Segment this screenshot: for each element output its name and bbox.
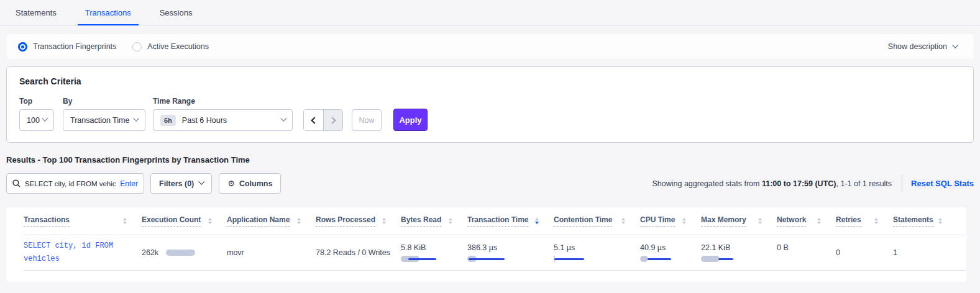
apply-button[interactable]: Apply	[393, 109, 428, 131]
sort-asc-icon	[208, 218, 212, 220]
search-enter-button[interactable]: Enter	[120, 179, 138, 188]
column-header-statements[interactable]: Statements	[893, 215, 957, 227]
tab-transactions-label: Transactions	[85, 8, 131, 17]
mean-bar	[718, 258, 733, 260]
radio-selected-icon[interactable]	[18, 42, 27, 52]
chevron-right-icon	[329, 117, 336, 124]
cell-value: 0	[836, 248, 840, 257]
radio-unselected-icon[interactable]	[132, 42, 142, 52]
mean-bar	[648, 258, 671, 260]
value-bar-cell: 0 B	[777, 243, 836, 263]
sort-desc-icon	[297, 222, 301, 224]
show-description-toggle[interactable]: Show description	[888, 42, 962, 51]
transaction-fingerprint-link[interactable]: SELECT city, id FROM vehicles	[24, 240, 128, 266]
chevron-down-icon	[42, 115, 48, 122]
sort-icon[interactable]	[758, 218, 762, 224]
bar-track	[401, 256, 467, 263]
view-toggle-card: Transaction Fingerprints Active Executio…	[6, 34, 974, 59]
cell-bytes_read: 5.8 KiB	[401, 243, 467, 263]
value-bar-cell: 386.3 µs	[467, 243, 554, 263]
sort-icon[interactable]	[817, 218, 821, 224]
cell-value: movr	[227, 248, 244, 257]
table-body: SELECT city, id FROM vehicles262kmovr78.…	[24, 235, 966, 271]
column-header-label: Execution Count	[142, 215, 201, 227]
column-header-rows_processed[interactable]: Rows Processed	[316, 215, 401, 227]
sort-desc-icon	[208, 222, 212, 224]
column-header-execution_count[interactable]: Execution Count	[142, 215, 227, 227]
columns-button[interactable]: ⚙ Columns	[219, 173, 281, 194]
tab-statements[interactable]: Statements	[8, 0, 64, 25]
sort-icon[interactable]	[382, 218, 386, 224]
sort-asc-icon	[621, 218, 625, 220]
now-button[interactable]: Now	[352, 109, 382, 131]
cell-execution_count: 262k	[142, 248, 227, 257]
cell-value: 78.2 Reads / 0 Writes	[316, 248, 390, 257]
sort-desc-icon	[682, 222, 686, 224]
bar-track	[701, 256, 777, 263]
value-text: 22.1 KiB	[701, 243, 777, 252]
sort-desc-icon	[382, 222, 386, 224]
search-criteria-card: Search Criteria Top 100 By Transaction T…	[6, 66, 974, 143]
sort-icon[interactable]	[449, 218, 452, 224]
column-header-network[interactable]: Network	[777, 215, 836, 227]
sort-asc-icon	[382, 218, 386, 220]
chevron-down-icon	[133, 115, 139, 122]
by-label: By	[63, 97, 153, 106]
sort-asc-icon	[938, 218, 942, 220]
results-toolbar: SELECT city, id FROM vehicles W Enter Fi…	[6, 173, 974, 194]
tab-transactions[interactable]: Transactions	[78, 0, 139, 25]
value-bar-cell: 5.8 KiB	[401, 243, 467, 263]
columns-button-label: Columns	[239, 179, 272, 188]
cell-network: 0 B	[777, 243, 836, 263]
reset-sql-stats-link[interactable]: Reset SQL Stats	[911, 179, 974, 188]
time-range-next-button[interactable]	[323, 110, 342, 130]
execution-count-cell: 262k	[142, 248, 227, 257]
time-range-badge: 6h	[160, 115, 176, 126]
results-heading: Results - Top 100 Transaction Fingerprin…	[6, 155, 974, 165]
sort-asc-icon	[874, 218, 878, 220]
gear-icon: ⚙	[227, 179, 235, 188]
sort-icon[interactable]	[621, 218, 625, 224]
sort-icon[interactable]	[682, 218, 686, 224]
results-table: TransactionsExecution CountApplication N…	[6, 207, 966, 282]
column-header-contention_time[interactable]: Contention Time	[554, 215, 640, 227]
sort-icon[interactable]	[938, 218, 942, 224]
chevron-down-icon	[199, 179, 205, 185]
by-select[interactable]: Transaction Time	[63, 109, 145, 131]
column-header-transactions[interactable]: Transactions	[24, 215, 142, 227]
table-row: SELECT city, id FROM vehicles262kmovr78.…	[24, 235, 966, 271]
column-header-retries[interactable]: Retries	[836, 215, 893, 227]
value-text: 386.3 µs	[467, 243, 554, 252]
column-header-max_memory[interactable]: Max Memory	[701, 215, 777, 227]
column-header-application_name[interactable]: Application Name	[227, 215, 316, 227]
time-range-pager	[303, 109, 343, 131]
page-tabs: Statements Transactions Sessions	[0, 0, 980, 25]
stddev-bar	[701, 256, 720, 262]
cell-rows_processed: 78.2 Reads / 0 Writes	[316, 248, 401, 257]
column-header-transaction_time[interactable]: Transaction Time	[467, 215, 554, 227]
top-select[interactable]: 100	[19, 109, 54, 131]
tab-sessions[interactable]: Sessions	[152, 0, 200, 25]
search-input[interactable]: SELECT city, id FROM vehicles W Enter	[6, 173, 144, 194]
table-header-row: TransactionsExecution CountApplication N…	[24, 207, 966, 235]
column-header-bytes_read[interactable]: Bytes Read	[401, 215, 467, 227]
cell-max_memory: 22.1 KiB	[701, 243, 777, 263]
cell-value: 1	[893, 248, 897, 257]
cell-application_name: movr	[227, 248, 316, 257]
mean-bar	[469, 258, 505, 260]
radio-active-executions[interactable]: Active Executions	[132, 42, 209, 52]
column-header-cpu_time[interactable]: CPU Time	[640, 215, 701, 227]
sort-icon[interactable]	[208, 218, 212, 224]
bar-track	[640, 256, 701, 263]
filters-button[interactable]: Filters (0)	[150, 173, 212, 194]
sort-icon[interactable]	[297, 218, 301, 224]
sort-icon[interactable]	[874, 218, 878, 224]
radio-transaction-fingerprints[interactable]: Transaction Fingerprints	[18, 42, 116, 52]
time-range-prev-button[interactable]	[304, 110, 323, 130]
sort-icon[interactable]	[123, 218, 127, 224]
top-label: Top	[19, 97, 63, 106]
sort-icon[interactable]	[535, 218, 539, 224]
time-range-select[interactable]: 6h Past 6 Hours	[153, 109, 293, 131]
column-header-label: Application Name	[227, 215, 290, 227]
column-header-label: Statements	[893, 215, 933, 227]
